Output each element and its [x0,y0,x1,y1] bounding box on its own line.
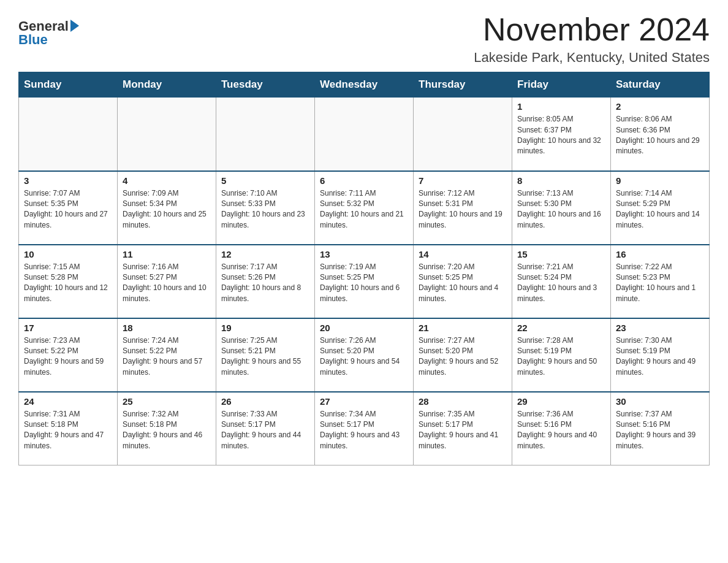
day-info: Sunrise: 7:36 AMSunset: 5:16 PMDaylight:… [517,409,605,452]
calendar-cell: 23Sunrise: 7:30 AMSunset: 5:19 PMDayligh… [611,318,710,392]
calendar-week-row: 1Sunrise: 8:05 AMSunset: 6:37 PMDaylight… [19,98,710,171]
calendar-cell [315,98,414,171]
calendar-cell: 15Sunrise: 7:21 AMSunset: 5:24 PMDayligh… [512,245,611,318]
day-number: 7 [419,175,507,186]
calendar-cell: 10Sunrise: 7:15 AMSunset: 5:28 PMDayligh… [19,245,118,318]
calendar-cell: 19Sunrise: 7:25 AMSunset: 5:21 PMDayligh… [216,318,315,392]
day-info: Sunrise: 7:14 AMSunset: 5:29 PMDaylight:… [616,188,704,231]
calendar-cell: 1Sunrise: 8:05 AMSunset: 6:37 PMDaylight… [512,98,611,171]
location-title: Lakeside Park, Kentucky, United States [474,50,710,66]
day-number: 29 [517,396,605,407]
calendar-cell: 26Sunrise: 7:33 AMSunset: 5:17 PMDayligh… [216,392,315,465]
calendar-cell: 11Sunrise: 7:16 AMSunset: 5:27 PMDayligh… [118,245,216,318]
calendar-cell: 29Sunrise: 7:36 AMSunset: 5:16 PMDayligh… [512,392,611,465]
calendar-cell: 22Sunrise: 7:28 AMSunset: 5:19 PMDayligh… [512,318,611,392]
day-number: 28 [419,396,507,407]
day-number: 13 [320,249,408,259]
day-number: 8 [517,175,605,186]
calendar-cell: 16Sunrise: 7:22 AMSunset: 5:23 PMDayligh… [611,245,710,318]
day-info: Sunrise: 7:25 AMSunset: 5:21 PMDaylight:… [221,335,309,378]
calendar-cell: 12Sunrise: 7:17 AMSunset: 5:26 PMDayligh… [216,245,315,318]
day-info: Sunrise: 7:07 AMSunset: 5:35 PMDaylight:… [24,188,112,231]
day-number: 18 [123,323,211,333]
day-number: 5 [221,175,309,186]
day-info: Sunrise: 7:35 AMSunset: 5:17 PMDaylight:… [419,409,507,452]
day-info: Sunrise: 7:22 AMSunset: 5:23 PMDaylight:… [616,262,704,305]
calendar-table: SundayMondayTuesdayWednesdayThursdayFrid… [18,72,710,465]
logo-blue-text: Blue [18,32,48,47]
day-number: 15 [517,249,605,259]
calendar-week-row: 10Sunrise: 7:15 AMSunset: 5:28 PMDayligh… [19,245,710,318]
weekday-header-thursday: Thursday [414,72,512,98]
calendar-cell [118,98,216,171]
calendar-cell [414,98,512,171]
title-area: November 2024 Lakeside Park, Kentucky, U… [474,12,710,66]
day-info: Sunrise: 7:20 AMSunset: 5:25 PMDaylight:… [419,262,507,305]
day-number: 27 [320,396,408,407]
day-info: Sunrise: 7:10 AMSunset: 5:33 PMDaylight:… [221,188,309,231]
day-number: 25 [123,396,211,407]
weekday-header-sunday: Sunday [19,72,118,98]
calendar-cell: 5Sunrise: 7:10 AMSunset: 5:33 PMDaylight… [216,171,315,245]
day-info: Sunrise: 7:27 AMSunset: 5:20 PMDaylight:… [419,335,507,378]
day-info: Sunrise: 7:12 AMSunset: 5:31 PMDaylight:… [419,188,507,231]
day-number: 11 [123,249,211,259]
calendar-cell: 2Sunrise: 8:06 AMSunset: 6:36 PMDaylight… [611,98,710,171]
day-number: 21 [419,323,507,333]
day-info: Sunrise: 7:30 AMSunset: 5:19 PMDaylight:… [616,335,704,378]
day-number: 1 [517,101,605,112]
day-number: 6 [320,175,408,186]
weekday-header-saturday: Saturday [611,72,710,98]
day-info: Sunrise: 7:15 AMSunset: 5:28 PMDaylight:… [24,262,112,305]
calendar-cell: 28Sunrise: 7:35 AMSunset: 5:17 PMDayligh… [414,392,512,465]
calendar-week-row: 24Sunrise: 7:31 AMSunset: 5:18 PMDayligh… [19,392,710,465]
calendar-week-row: 3Sunrise: 7:07 AMSunset: 5:35 PMDaylight… [19,171,710,245]
calendar-cell: 8Sunrise: 7:13 AMSunset: 5:30 PMDaylight… [512,171,611,245]
calendar-cell: 14Sunrise: 7:20 AMSunset: 5:25 PMDayligh… [414,245,512,318]
calendar-cell [216,98,315,171]
day-info: Sunrise: 8:06 AMSunset: 6:36 PMDaylight:… [616,114,704,157]
day-info: Sunrise: 7:34 AMSunset: 5:17 PMDaylight:… [320,409,408,452]
day-number: 19 [221,323,309,333]
calendar-cell: 4Sunrise: 7:09 AMSunset: 5:34 PMDaylight… [118,171,216,245]
calendar-cell: 25Sunrise: 7:32 AMSunset: 5:18 PMDayligh… [118,392,216,465]
calendar-cell: 30Sunrise: 7:37 AMSunset: 5:16 PMDayligh… [611,392,710,465]
day-number: 23 [616,323,704,333]
day-info: Sunrise: 7:09 AMSunset: 5:34 PMDaylight:… [123,188,211,231]
day-info: Sunrise: 8:05 AMSunset: 6:37 PMDaylight:… [517,114,605,157]
day-info: Sunrise: 7:28 AMSunset: 5:19 PMDaylight:… [517,335,605,378]
calendar-cell [19,98,118,171]
day-number: 14 [419,249,507,259]
weekday-header-tuesday: Tuesday [216,72,315,98]
day-info: Sunrise: 7:24 AMSunset: 5:22 PMDaylight:… [123,335,211,378]
calendar-cell: 27Sunrise: 7:34 AMSunset: 5:17 PMDayligh… [315,392,414,465]
day-number: 17 [24,323,112,333]
day-number: 3 [24,175,112,186]
weekday-header-wednesday: Wednesday [315,72,414,98]
weekday-header-row: SundayMondayTuesdayWednesdayThursdayFrid… [19,72,710,98]
calendar-week-row: 17Sunrise: 7:23 AMSunset: 5:22 PMDayligh… [19,318,710,392]
calendar-cell: 3Sunrise: 7:07 AMSunset: 5:35 PMDaylight… [19,171,118,245]
day-number: 16 [616,249,704,259]
day-info: Sunrise: 7:37 AMSunset: 5:16 PMDaylight:… [616,409,704,452]
day-number: 30 [616,396,704,407]
day-info: Sunrise: 7:26 AMSunset: 5:20 PMDaylight:… [320,335,408,378]
logo-arrow-icon [70,20,79,32]
calendar-cell: 17Sunrise: 7:23 AMSunset: 5:22 PMDayligh… [19,318,118,392]
month-title: November 2024 [474,12,710,47]
day-number: 4 [123,175,211,186]
day-number: 2 [616,101,704,112]
header: General Blue November 2024 Lakeside Park… [18,12,710,66]
day-info: Sunrise: 7:32 AMSunset: 5:18 PMDaylight:… [123,409,211,452]
weekday-header-friday: Friday [512,72,611,98]
day-info: Sunrise: 7:21 AMSunset: 5:24 PMDaylight:… [517,262,605,305]
logo: General Blue [18,12,79,48]
day-number: 24 [24,396,112,407]
calendar-cell: 13Sunrise: 7:19 AMSunset: 5:25 PMDayligh… [315,245,414,318]
weekday-header-monday: Monday [118,72,216,98]
day-number: 12 [221,249,309,259]
calendar-cell: 6Sunrise: 7:11 AMSunset: 5:32 PMDaylight… [315,171,414,245]
day-info: Sunrise: 7:23 AMSunset: 5:22 PMDaylight:… [24,335,112,378]
day-number: 20 [320,323,408,333]
day-info: Sunrise: 7:33 AMSunset: 5:17 PMDaylight:… [221,409,309,452]
